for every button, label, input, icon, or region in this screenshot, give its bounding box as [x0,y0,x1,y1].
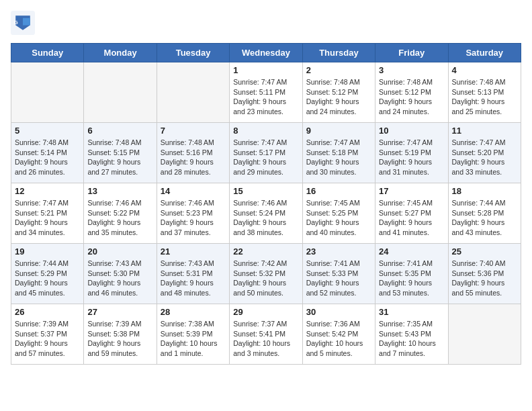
calendar-cell: 28Sunrise: 7:38 AM Sunset: 5:39 PM Dayli… [157,304,229,365]
day-number: 16 [306,186,371,196]
calendar-cell: 21Sunrise: 7:43 AM Sunset: 5:31 PM Dayli… [157,244,229,304]
cell-content: Sunrise: 7:45 AM Sunset: 5:25 PM Dayligh… [306,198,371,238]
column-header-monday: Monday [84,44,157,62]
calendar-week-row: 1Sunrise: 7:47 AM Sunset: 5:11 PM Daylig… [11,62,521,123]
calendar-cell: 14Sunrise: 7:46 AM Sunset: 5:23 PM Dayli… [157,183,229,244]
day-number: 14 [161,186,226,196]
calendar-cell: 9Sunrise: 7:47 AM Sunset: 5:18 PM Daylig… [302,123,375,183]
day-number: 13 [87,186,152,196]
cell-content: Sunrise: 7:37 AM Sunset: 5:41 PM Dayligh… [233,319,298,359]
cell-content: Sunrise: 7:36 AM Sunset: 5:42 PM Dayligh… [306,319,371,359]
day-number: 30 [306,307,371,317]
calendar-cell: 30Sunrise: 7:36 AM Sunset: 5:42 PM Dayli… [302,304,375,365]
calendar-cell: 4Sunrise: 7:48 AM Sunset: 5:13 PM Daylig… [448,62,521,123]
svg-text:G: G [14,19,18,26]
calendar-cell: 26Sunrise: 7:39 AM Sunset: 5:37 PM Dayli… [11,304,84,365]
page-header: G [11,11,521,35]
column-header-sunday: Sunday [11,44,84,62]
day-number: 25 [452,246,517,257]
day-number: 24 [379,246,444,257]
cell-content: Sunrise: 7:47 AM Sunset: 5:18 PM Dayligh… [306,138,371,177]
cell-content: Sunrise: 7:47 AM Sunset: 5:19 PM Dayligh… [379,138,444,177]
calendar-header-row: SundayMondayTuesdayWednesdayThursdayFrid… [11,44,521,62]
column-header-saturday: Saturday [448,44,521,62]
calendar-cell [84,62,157,123]
day-number: 20 [87,246,152,257]
calendar-cell: 2Sunrise: 7:48 AM Sunset: 5:12 PM Daylig… [302,62,375,123]
day-number: 22 [233,246,298,257]
cell-content: Sunrise: 7:46 AM Sunset: 5:22 PM Dayligh… [87,198,152,238]
calendar-cell: 20Sunrise: 7:43 AM Sunset: 5:30 PM Dayli… [84,244,157,304]
day-number: 10 [379,126,444,136]
cell-content: Sunrise: 7:48 AM Sunset: 5:14 PM Dayligh… [15,138,80,177]
day-number: 12 [15,186,80,196]
calendar-cell [448,304,521,365]
day-number: 31 [379,307,444,317]
calendar-cell: 6Sunrise: 7:48 AM Sunset: 5:15 PM Daylig… [84,123,157,183]
calendar-table: SundayMondayTuesdayWednesdayThursdayFrid… [11,43,521,365]
day-number: 4 [452,65,517,75]
calendar-week-row: 26Sunrise: 7:39 AM Sunset: 5:37 PM Dayli… [11,304,521,365]
cell-content: Sunrise: 7:47 AM Sunset: 5:11 PM Dayligh… [233,77,298,117]
calendar-cell: 15Sunrise: 7:46 AM Sunset: 5:24 PM Dayli… [230,183,302,244]
day-number: 2 [306,65,371,75]
cell-content: Sunrise: 7:47 AM Sunset: 5:17 PM Dayligh… [233,138,298,177]
day-number: 15 [233,186,298,196]
day-number: 23 [306,246,371,257]
calendar-cell: 3Sunrise: 7:48 AM Sunset: 5:12 PM Daylig… [375,62,448,123]
day-number: 27 [87,307,152,317]
calendar-week-row: 5Sunrise: 7:48 AM Sunset: 5:14 PM Daylig… [11,123,521,183]
cell-content: Sunrise: 7:46 AM Sunset: 5:23 PM Dayligh… [161,198,226,238]
day-number: 28 [161,307,226,317]
column-header-wednesday: Wednesday [230,44,302,62]
logo-icon: G [11,11,35,35]
calendar-cell: 7Sunrise: 7:48 AM Sunset: 5:16 PM Daylig… [157,123,229,183]
cell-content: Sunrise: 7:38 AM Sunset: 5:39 PM Dayligh… [161,319,226,359]
calendar-week-row: 19Sunrise: 7:44 AM Sunset: 5:29 PM Dayli… [11,244,521,304]
calendar-cell: 12Sunrise: 7:47 AM Sunset: 5:21 PM Dayli… [11,183,84,244]
calendar-cell: 22Sunrise: 7:42 AM Sunset: 5:32 PM Dayli… [230,244,302,304]
cell-content: Sunrise: 7:48 AM Sunset: 5:15 PM Dayligh… [87,138,152,177]
cell-content: Sunrise: 7:47 AM Sunset: 5:20 PM Dayligh… [452,138,517,177]
day-number: 11 [452,126,517,136]
cell-content: Sunrise: 7:48 AM Sunset: 5:12 PM Dayligh… [306,77,371,117]
svg-marker-2 [23,18,30,26]
cell-content: Sunrise: 7:40 AM Sunset: 5:36 PM Dayligh… [452,259,517,298]
cell-content: Sunrise: 7:48 AM Sunset: 5:12 PM Dayligh… [379,77,444,117]
cell-content: Sunrise: 7:41 AM Sunset: 5:35 PM Dayligh… [379,259,444,298]
calendar-cell: 13Sunrise: 7:46 AM Sunset: 5:22 PM Dayli… [84,183,157,244]
calendar-cell: 11Sunrise: 7:47 AM Sunset: 5:20 PM Dayli… [448,123,521,183]
calendar-cell: 1Sunrise: 7:47 AM Sunset: 5:11 PM Daylig… [230,62,302,123]
calendar-cell: 27Sunrise: 7:39 AM Sunset: 5:38 PM Dayli… [84,304,157,365]
day-number: 7 [161,126,226,136]
calendar-cell: 17Sunrise: 7:45 AM Sunset: 5:27 PM Dayli… [375,183,448,244]
column-header-tuesday: Tuesday [157,44,229,62]
day-number: 29 [233,307,298,317]
day-number: 6 [87,126,152,136]
cell-content: Sunrise: 7:35 AM Sunset: 5:43 PM Dayligh… [379,319,444,359]
cell-content: Sunrise: 7:48 AM Sunset: 5:13 PM Dayligh… [452,77,517,117]
cell-content: Sunrise: 7:43 AM Sunset: 5:31 PM Dayligh… [161,259,226,298]
day-number: 1 [233,65,298,75]
calendar-cell: 19Sunrise: 7:44 AM Sunset: 5:29 PM Dayli… [11,244,84,304]
day-number: 17 [379,186,444,196]
column-header-thursday: Thursday [302,44,375,62]
day-number: 18 [452,186,517,196]
day-number: 26 [15,307,80,317]
cell-content: Sunrise: 7:44 AM Sunset: 5:28 PM Dayligh… [452,198,517,238]
day-number: 9 [306,126,371,136]
cell-content: Sunrise: 7:41 AM Sunset: 5:33 PM Dayligh… [306,259,371,298]
logo: G [11,11,39,35]
calendar-cell: 31Sunrise: 7:35 AM Sunset: 5:43 PM Dayli… [375,304,448,365]
calendar-cell [157,62,229,123]
column-header-friday: Friday [375,44,448,62]
calendar-week-row: 12Sunrise: 7:47 AM Sunset: 5:21 PM Dayli… [11,183,521,244]
calendar-cell: 24Sunrise: 7:41 AM Sunset: 5:35 PM Dayli… [375,244,448,304]
cell-content: Sunrise: 7:46 AM Sunset: 5:24 PM Dayligh… [233,198,298,238]
cell-content: Sunrise: 7:43 AM Sunset: 5:30 PM Dayligh… [87,259,152,298]
calendar-cell: 5Sunrise: 7:48 AM Sunset: 5:14 PM Daylig… [11,123,84,183]
calendar-cell: 10Sunrise: 7:47 AM Sunset: 5:19 PM Dayli… [375,123,448,183]
day-number: 8 [233,126,298,136]
cell-content: Sunrise: 7:44 AM Sunset: 5:29 PM Dayligh… [15,259,80,298]
cell-content: Sunrise: 7:47 AM Sunset: 5:21 PM Dayligh… [15,198,80,238]
